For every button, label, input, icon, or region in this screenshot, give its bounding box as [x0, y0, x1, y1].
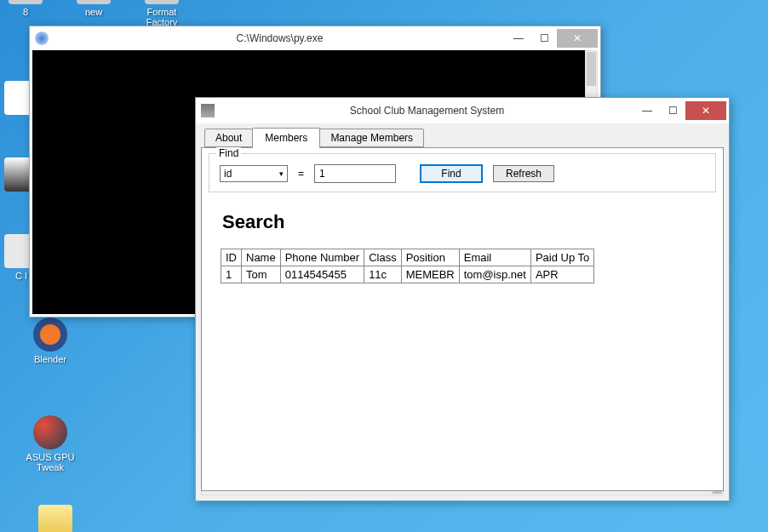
col-name: Name [242, 249, 281, 266]
find-button[interactable]: Find [420, 164, 483, 183]
fieldset-legend: Find [216, 147, 241, 159]
desktop-icon-blender[interactable]: Blender [20, 317, 80, 364]
col-class: Class [364, 249, 402, 266]
cell-paid: APR [530, 266, 593, 283]
tabpanel-members: Find id ▾ = Find Refresh Search ID [201, 147, 724, 491]
cell-class: 11c [364, 266, 402, 283]
col-phone: Phone Number [280, 249, 364, 266]
find-fieldset: Find id ▾ = Find Refresh [209, 153, 716, 192]
titlebar[interactable]: C:\Windows\py.exe — ☐ ✕ [30, 26, 600, 50]
search-value-input[interactable] [314, 164, 396, 183]
window-school-club[interactable]: School Club Management System — ☐ ✕ Abou… [195, 97, 730, 501]
desktop-icon-label: 8 [0, 7, 55, 17]
field-select-value: id [224, 168, 232, 180]
maximize-button[interactable]: ☐ [660, 101, 685, 120]
tab-about[interactable]: About [204, 129, 253, 147]
desktop-icon-label: Format Factory [132, 7, 192, 27]
desktop-icon-label: new [64, 7, 123, 17]
minimize-button[interactable]: — [634, 101, 660, 120]
app-icon [201, 104, 215, 117]
close-button[interactable]: ✕ [557, 29, 598, 48]
desktop-icon-asus-gpu[interactable]: ASUS GPU Tweak [20, 415, 80, 472]
col-position: Position [401, 249, 459, 266]
table-header-row: ID Name Phone Number Class Position Emai… [221, 249, 594, 266]
results-table: ID Name Phone Number Class Position Emai… [221, 249, 594, 283]
search-heading: Search [222, 211, 723, 233]
cell-position: MEMEBR [401, 266, 459, 283]
desktop-icon[interactable]: Format Factory [132, 0, 192, 27]
chevron-down-icon: ▾ [279, 169, 284, 178]
cell-name: Tom [242, 266, 281, 283]
cell-email: tom@isp.net [459, 266, 530, 283]
tab-manage-members[interactable]: Manage Members [319, 129, 424, 147]
refresh-button[interactable]: Refresh [493, 165, 554, 182]
table-row[interactable]: 1 Tom 0114545455 11c MEMEBR tom@isp.net … [221, 266, 594, 283]
col-email: Email [459, 249, 530, 266]
desktop-icon-folder[interactable] [26, 505, 85, 532]
col-paid: Paid Up To [530, 249, 593, 266]
desktop-icon-label: ASUS GPU Tweak [20, 452, 80, 472]
minimize-button[interactable]: — [506, 29, 531, 48]
desktop-icon[interactable]: new [64, 0, 123, 17]
titlebar[interactable]: School Club Management System — ☐ ✕ [196, 98, 729, 123]
equals-label: = [298, 168, 304, 180]
tabstrip: About Members Manage Members [204, 129, 724, 147]
maximize-button[interactable]: ☐ [531, 29, 557, 48]
cell-phone: 0114545455 [280, 266, 364, 283]
scrollbar-thumb[interactable] [587, 52, 596, 86]
desktop-icon-label: Blender [20, 354, 80, 364]
close-button[interactable]: ✕ [685, 101, 726, 120]
app-icon [35, 31, 49, 45]
field-select[interactable]: id ▾ [220, 165, 288, 182]
tab-members[interactable]: Members [252, 128, 320, 148]
window-title: School Club Management System [220, 105, 634, 117]
window-title: C:\Windows\py.exe [54, 32, 506, 44]
col-id: ID [221, 249, 242, 266]
cell-id: 1 [221, 266, 242, 283]
desktop-icon[interactable]: 8 [0, 0, 55, 17]
